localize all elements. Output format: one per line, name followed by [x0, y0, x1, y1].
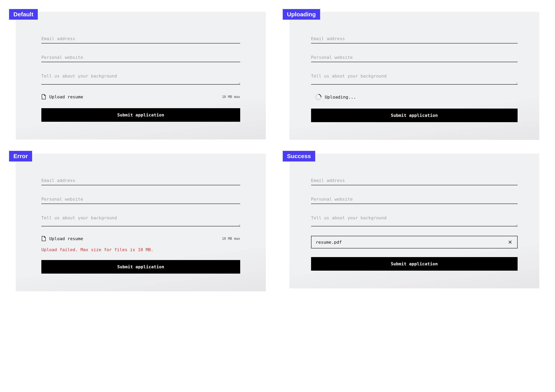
submit-button[interactable]: Submit application — [41, 108, 240, 122]
email-input[interactable] — [311, 33, 518, 43]
bio-textarea[interactable] — [311, 71, 518, 85]
upload-trigger[interactable]: Upload resume — [41, 236, 83, 241]
bio-textarea[interactable] — [41, 213, 240, 226]
website-input[interactable] — [311, 52, 518, 62]
upload-error-message: Upload failed. Max size for files is 10 … — [41, 247, 240, 252]
upload-trigger[interactable]: Upload resume — [41, 94, 83, 100]
variant-tag: Uploading — [283, 9, 320, 20]
upload-row: Upload resume 10 MB max — [41, 236, 240, 241]
submit-button[interactable]: Submit application — [311, 109, 518, 122]
document-icon — [41, 94, 46, 100]
email-input[interactable] — [41, 175, 240, 185]
upload-row: Upload resume 10 MB max — [41, 94, 240, 100]
variant-tag: Success — [283, 151, 315, 162]
variant-default: Default Upload resume 10 MB max Submit a… — [16, 12, 266, 140]
variant-tag: Default — [9, 9, 38, 20]
uploaded-file-chip: resume.pdf — [311, 236, 518, 249]
submit-button[interactable]: Submit application — [311, 257, 518, 271]
application-card: Upload resume 10 MB max Submit applicati… — [16, 12, 266, 139]
submit-button[interactable]: Submit application — [41, 260, 240, 274]
close-icon — [508, 240, 512, 244]
application-card: Uploading... Submit application — [289, 12, 540, 140]
variant-success: Success resume.pdf Submit application — [289, 154, 540, 291]
variant-error: Error Upload resume 10 MB max Upload fai… — [16, 154, 266, 291]
spinner-icon — [314, 93, 322, 101]
upload-status-row: Uploading... — [311, 94, 518, 100]
document-icon — [41, 236, 46, 241]
email-input[interactable] — [41, 33, 240, 43]
website-input[interactable] — [311, 194, 518, 204]
upload-hint: 10 MB max — [222, 95, 240, 99]
application-card: resume.pdf Submit application — [289, 154, 540, 288]
remove-file-button[interactable] — [507, 239, 513, 245]
bio-textarea[interactable] — [41, 71, 240, 85]
application-card: Upload resume 10 MB max Upload failed. M… — [16, 154, 266, 291]
website-input[interactable] — [41, 52, 240, 62]
variants-grid: Default Upload resume 10 MB max Submit a… — [16, 12, 539, 291]
variant-tag: Error — [9, 151, 32, 162]
upload-hint: 10 MB max — [222, 237, 240, 241]
variant-uploading: Uploading Uploading... Submit applicatio… — [289, 12, 540, 140]
upload-status-label: Uploading... — [325, 95, 356, 100]
bio-textarea[interactable] — [311, 213, 518, 226]
email-input[interactable] — [311, 175, 518, 185]
uploaded-file-name: resume.pdf — [316, 240, 342, 245]
upload-label: Upload resume — [49, 236, 83, 241]
website-input[interactable] — [41, 194, 240, 204]
upload-label: Upload resume — [49, 94, 83, 99]
